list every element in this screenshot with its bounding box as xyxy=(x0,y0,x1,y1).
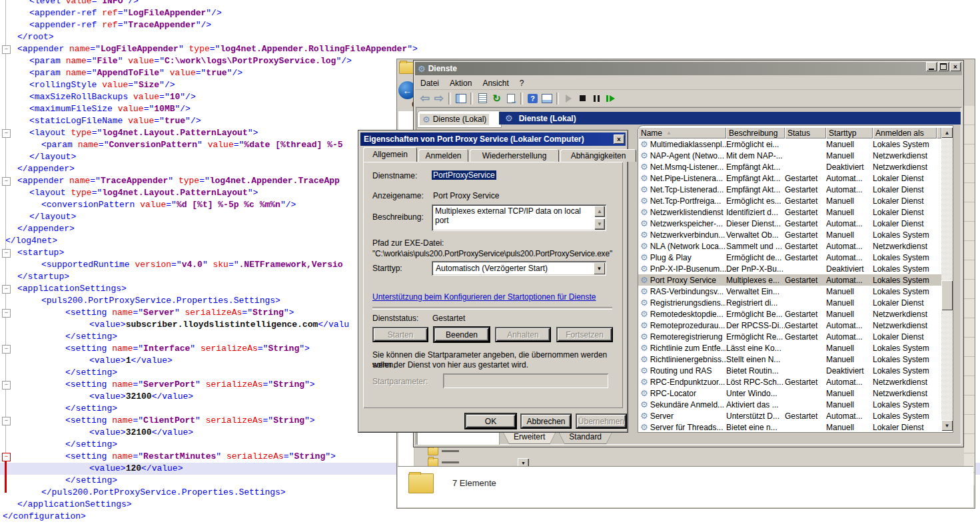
folder-item[interactable] xyxy=(428,447,459,455)
scroll-down-icon[interactable]: ▼ xyxy=(941,420,953,431)
table-row[interactable]: ⚙Sekundäre Anmeld...Aktiviert das ...Man… xyxy=(638,399,941,410)
fold-toggle-icon[interactable]: − xyxy=(2,309,11,318)
column-header-filler xyxy=(937,127,941,138)
scroll-down-icon[interactable]: ▼ xyxy=(594,218,605,230)
beenden-button[interactable]: Beenden xyxy=(434,327,490,342)
column-header-status[interactable]: Status xyxy=(785,127,826,138)
menu-item-aktion[interactable]: Aktion xyxy=(444,77,477,89)
table-row[interactable]: ⚙RemoteregistrierungErmöglicht Re...Gest… xyxy=(638,331,941,342)
combo-dropdown-icon[interactable]: ▼ xyxy=(594,262,605,274)
table-row[interactable]: ⚙Server für Threads...Bietet eine n...Ma… xyxy=(638,421,941,433)
console-tree-pane[interactable]: ⚙ Dienste (Lokal) xyxy=(417,111,502,128)
service-starttype: Automat... xyxy=(826,276,873,285)
fold-toggle-icon[interactable]: − xyxy=(2,345,11,354)
properties-dialog[interactable]: Eigenschaften von Port Proxy Service (Lo… xyxy=(358,130,628,433)
startoptions-help-link[interactable]: Unterstützung beim Konfigurieren der Sta… xyxy=(372,292,596,302)
table-row[interactable]: ⚙Remoteprozedurau...Der RPCSS-Di...Gesta… xyxy=(638,320,941,331)
starten-button[interactable]: Starten xyxy=(372,327,428,342)
stop-icon[interactable] xyxy=(576,92,590,105)
dienstname-value[interactable]: PortProxyService xyxy=(432,170,496,180)
uebernehmen-button[interactable]: Übernehmen xyxy=(576,413,627,429)
anhalten-button[interactable]: Anhalten xyxy=(495,327,551,342)
export-list-icon[interactable] xyxy=(504,92,518,105)
service-starttype: Deaktiviert xyxy=(826,162,873,172)
fold-toggle-icon[interactable]: − xyxy=(2,45,11,54)
table-row[interactable]: ⚙RPC-LocatorUnter Windo...ManuellNetzwer… xyxy=(638,388,941,399)
fold-toggle-icon[interactable]: − xyxy=(2,381,11,390)
service-name: RPC-Endpunktzuor... xyxy=(650,378,726,387)
table-row[interactable]: ⚙Net.Msmq-Listener...Empfängt Akt...Deak… xyxy=(638,161,941,172)
vertical-scrollbar[interactable]: ▲ ▼ xyxy=(941,127,953,431)
fortsetzen-button[interactable]: Fortsetzen xyxy=(556,327,613,342)
table-row[interactable]: ⚙NetzwerklistendienstIdentifiziert d...G… xyxy=(638,206,941,218)
column-header-starttyp[interactable]: Starttyp xyxy=(826,127,873,138)
starttyp-combobox[interactable]: Automatisch (Verzögerter Start) ▼ xyxy=(432,261,606,276)
table-row[interactable]: ⚙ServerUnterstützt D...GestartetAutomat.… xyxy=(638,410,941,421)
tab-wiederherstellung[interactable]: Wiederherstellung xyxy=(470,149,559,162)
table-row[interactable]: ⚙Net.Tcp-Listenerad...Empfängt Akt...Ges… xyxy=(638,184,941,195)
table-row[interactable]: ⚙Routing und RASBietet Routin...Deaktivi… xyxy=(638,365,941,376)
help-icon[interactable] xyxy=(526,92,540,105)
table-row[interactable]: ⚙Registrierungsdiens...Registriert di...… xyxy=(638,297,941,308)
table-row[interactable]: ⚙RPC-Endpunktzuor...Löst RPC-Sch...Gesta… xyxy=(638,376,941,388)
table-row[interactable]: ⚙Netzwerkspeicher-...Dieser Dienst...Ges… xyxy=(638,218,941,229)
tree-item-dienste-lokal[interactable]: ⚙ Dienste (Lokal) xyxy=(420,114,489,125)
table-row[interactable]: ⚙PnP-X-IP-Busenum...Der PnP-X-Bu...Deakt… xyxy=(638,263,941,274)
scroll-up-icon[interactable]: ▲ xyxy=(594,206,605,217)
abbrechen-button[interactable]: Abbrechen xyxy=(520,413,572,429)
minimize-icon[interactable] xyxy=(926,62,937,71)
maximize-icon[interactable] xyxy=(938,62,949,71)
explorer-scrollbar-strip[interactable] xyxy=(964,106,975,485)
menu-item-datei[interactable]: Datei xyxy=(415,77,444,89)
service-logon-as: Lokaler Dienst xyxy=(873,219,937,228)
tab-allgemein[interactable]: Allgemein xyxy=(363,147,417,162)
fold-toggle-icon[interactable]: − xyxy=(2,129,11,138)
table-row[interactable]: ⚙Netzwerkverbindun...Verwaltet Ob...Gest… xyxy=(638,229,941,240)
pause-icon[interactable] xyxy=(590,92,604,105)
forward-icon[interactable] xyxy=(432,92,446,105)
table-row[interactable]: ⚙Richtlinienergebniss...Stellt einen N..… xyxy=(638,354,941,365)
column-header-anmelden-als[interactable]: Anmelden als xyxy=(873,127,937,138)
beschreibung-field[interactable]: Multiplexes external TCP/IP data on loca… xyxy=(432,204,606,231)
tab-abhaengigkeiten[interactable]: Abhängigkeiten xyxy=(560,149,636,162)
menu-item-?[interactable]: ? xyxy=(514,77,530,89)
fold-toggle-icon[interactable]: − xyxy=(2,285,11,294)
table-row[interactable]: ⚙Plug & PlayErmöglicht de...GestartetAut… xyxy=(638,252,941,263)
show-tree-icon[interactable] xyxy=(454,92,468,105)
close-icon[interactable]: × xyxy=(950,62,961,71)
table-row-selected[interactable]: ⚙Port Proxy ServiceMultiplexes e...Gesta… xyxy=(638,274,941,286)
view-tab-erweitert[interactable]: Erweitert xyxy=(503,432,556,444)
start-icon[interactable] xyxy=(562,92,576,105)
service-logon-as: Lokales System xyxy=(873,287,937,296)
table-row[interactable]: ⚙Multimediaklassenpl...Ermöglicht ei...M… xyxy=(638,138,941,150)
table-row[interactable]: ⚙NAP-Agent (Netwo...Mit dem NAP-...Manue… xyxy=(638,150,941,161)
scrollbar-thumb[interactable] xyxy=(941,280,953,310)
table-row[interactable]: ⚙Remotedesktopdie...Ermöglicht Be...Gest… xyxy=(638,308,941,320)
fold-toggle-icon[interactable]: − xyxy=(2,453,11,461)
service-name: Remoteprozedurau... xyxy=(650,321,726,330)
services-titlebar[interactable]: ⚙ Dienste × xyxy=(415,62,962,75)
fold-toggle-icon[interactable]: − xyxy=(2,177,11,186)
fold-toggle-icon[interactable]: − xyxy=(2,417,11,425)
column-header-name[interactable]: Name▲ xyxy=(638,127,726,138)
dialog-titlebar[interactable]: Eigenschaften von Port Proxy Service (Lo… xyxy=(360,132,626,146)
column-header-beschreibung[interactable]: Beschreibung xyxy=(726,127,785,138)
back-icon[interactable] xyxy=(418,92,432,105)
table-row[interactable]: ⚙Net.Tcp-Portfreiga...Ermöglicht es...Ge… xyxy=(638,195,941,206)
table-row[interactable]: ⚙Richtlinie zum Entfe...Lässt eine Ko...… xyxy=(638,342,941,354)
menu-item-ansicht[interactable]: Ansicht xyxy=(477,77,514,89)
extended-view-icon[interactable] xyxy=(540,92,554,105)
table-row[interactable]: ⚙Net.Pipe-Listenera...Empfängt Akt...Ges… xyxy=(638,172,941,184)
startparameter-input[interactable] xyxy=(443,374,608,388)
scroll-up-icon[interactable]: ▲ xyxy=(941,127,953,138)
refresh-icon[interactable] xyxy=(490,92,504,105)
fold-toggle-icon[interactable]: − xyxy=(2,249,11,258)
view-tab-standard[interactable]: Standard xyxy=(558,432,612,444)
dialog-close-icon[interactable]: × xyxy=(614,134,624,144)
properties-icon[interactable] xyxy=(476,92,490,105)
ok-button[interactable]: OK xyxy=(465,413,516,429)
table-row[interactable]: ⚙RAS-Verbindungsv...Verwaltet Ein...Manu… xyxy=(638,286,941,297)
tab-anmelden[interactable]: Anmelden xyxy=(418,149,468,162)
restart-icon[interactable] xyxy=(604,92,618,105)
table-row[interactable]: ⚙NLA (Network Loca...Sammelt und ...Gest… xyxy=(638,240,941,252)
